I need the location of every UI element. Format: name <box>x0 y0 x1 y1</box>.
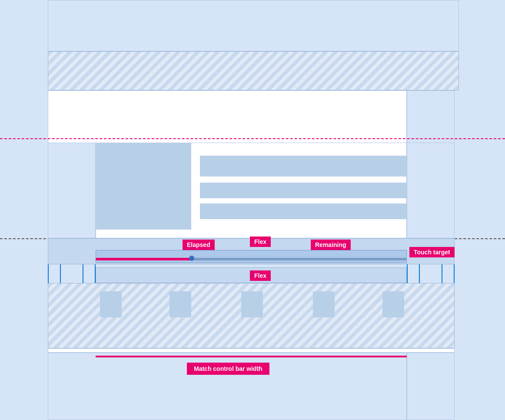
icon-placeholder-5[interactable] <box>382 291 404 317</box>
icon-placeholder-2[interactable] <box>169 291 191 317</box>
match-control-bar <box>96 356 407 357</box>
progress-thumb[interactable] <box>189 256 194 261</box>
hatched-section-top <box>48 51 459 90</box>
label-flex-top: Flex <box>250 237 271 247</box>
content-bar-2 <box>200 183 407 198</box>
card-image-placeholder <box>96 143 191 230</box>
progress-fill <box>96 258 191 260</box>
label-remaining: Remaining <box>311 240 351 250</box>
hatched-bg-top <box>48 52 458 90</box>
label-match-control-bar: Match control bar width <box>187 363 269 375</box>
icon-placeholder-4[interactable] <box>313 291 335 317</box>
white-content-section <box>48 90 407 151</box>
card-left-margin <box>48 143 96 238</box>
touch-target-bar[interactable] <box>96 250 407 263</box>
label-elapsed: Elapsed <box>183 240 215 250</box>
label-flex-bottom: Flex <box>250 270 271 281</box>
icon-placeholder-1[interactable] <box>100 291 122 317</box>
top-section <box>48 0 459 51</box>
bottom-white-bar <box>48 348 455 353</box>
pink-dashed-guideline <box>0 138 505 139</box>
main-container: E M M E Elapsed Flex Remaining Touch tar… <box>0 0 505 420</box>
right-margin-section <box>407 90 455 151</box>
card-right-margin <box>407 143 455 238</box>
icon-placeholder-3[interactable] <box>241 291 263 317</box>
content-bar-1 <box>200 156 407 177</box>
content-bar-3 <box>200 203 407 219</box>
label-touch-target: Touch target <box>409 247 455 257</box>
final-right-section <box>407 353 455 420</box>
